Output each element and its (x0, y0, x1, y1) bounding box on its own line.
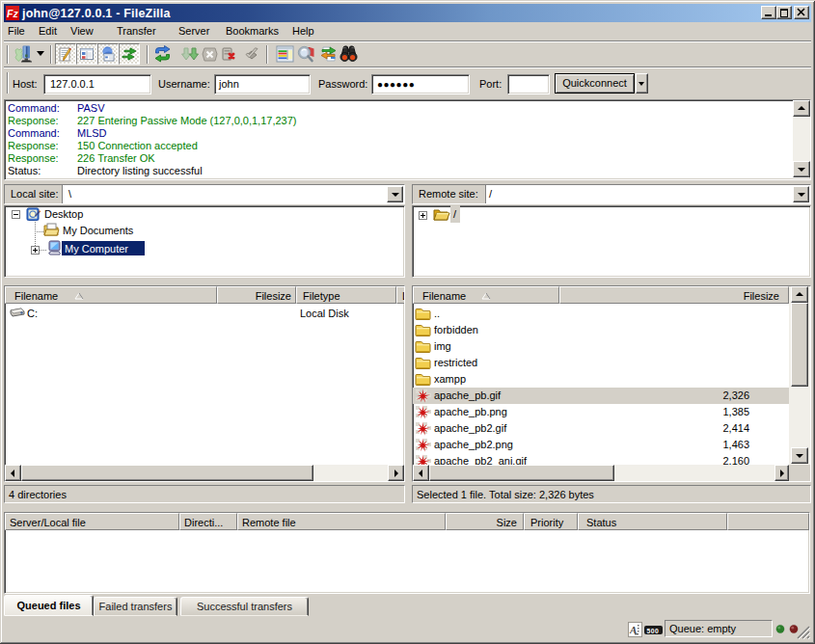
svg-text:Fz: Fz (7, 8, 18, 19)
svg-text:500: 500 (647, 628, 660, 634)
